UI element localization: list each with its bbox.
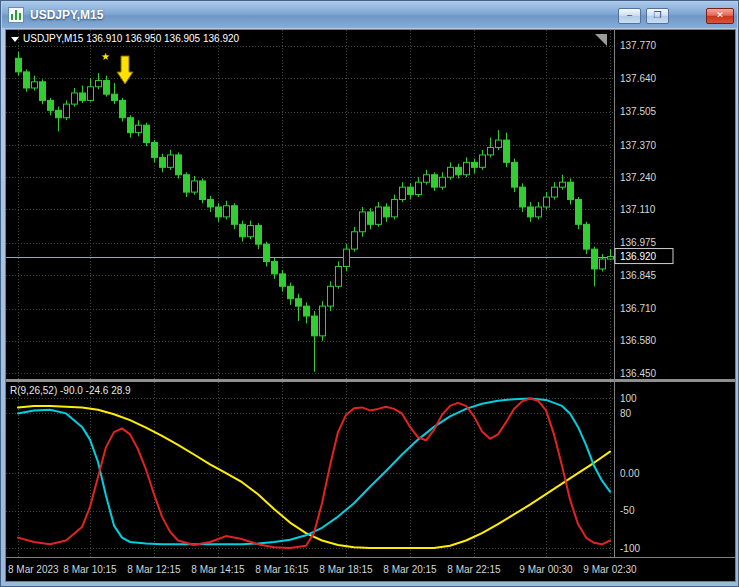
candle-body bbox=[424, 175, 430, 182]
time-axis-label: 9 Mar 00:30 bbox=[519, 564, 573, 575]
price-axis-label: 136.450 bbox=[620, 368, 657, 379]
candle-body bbox=[328, 286, 334, 306]
candle-body bbox=[400, 187, 406, 199]
time-axis-label: 8 Mar 12:15 bbox=[127, 564, 181, 575]
time-axis-label: 8 Mar 10:15 bbox=[63, 564, 117, 575]
candle-body bbox=[568, 182, 574, 199]
candle-body bbox=[296, 299, 302, 306]
chart-content: 137.770137.640137.505137.370137.240137.1… bbox=[5, 29, 736, 582]
price-axis-label: 137.370 bbox=[620, 140, 657, 151]
candle-body bbox=[232, 206, 238, 225]
candle-body bbox=[160, 157, 166, 167]
candle-body bbox=[128, 118, 134, 133]
price-axis-label: 137.505 bbox=[620, 106, 657, 117]
candle-body bbox=[520, 187, 526, 207]
candle-body bbox=[80, 93, 86, 100]
candle-body bbox=[240, 224, 246, 236]
candle-body bbox=[48, 100, 54, 110]
candle-body bbox=[248, 226, 254, 237]
minimize-icon: – bbox=[627, 10, 632, 20]
candle-body bbox=[16, 58, 22, 72]
candle-body bbox=[512, 162, 518, 187]
ohlc-info: USDJPY,M15 136.910 136.950 136.905 136.9… bbox=[23, 33, 240, 44]
chart-canvas[interactable]: 137.770137.640137.505137.370137.240137.1… bbox=[6, 30, 735, 581]
price-axis-label: 137.110 bbox=[620, 204, 656, 215]
candle-body bbox=[440, 177, 446, 187]
candle-body bbox=[448, 167, 454, 177]
time-axis-label: 8 Mar 2023 bbox=[8, 564, 59, 575]
sell-arrow-icon bbox=[117, 56, 133, 84]
close-button[interactable]: ✕ bbox=[706, 8, 734, 24]
candle-body bbox=[368, 212, 374, 224]
candle-body bbox=[600, 259, 606, 269]
titlebar[interactable]: USDJPY,M15 – ❐ ✕ bbox=[2, 2, 737, 28]
bid-price-label-text: 136.920 bbox=[620, 251, 657, 262]
candle-body bbox=[464, 162, 470, 174]
candle-body bbox=[208, 200, 214, 207]
chart-window: USDJPY,M15 – ❐ ✕ 137.770137.640137.50513… bbox=[0, 0, 739, 587]
indicator-line-red bbox=[18, 399, 610, 549]
candle-body bbox=[144, 125, 150, 142]
candle-body bbox=[176, 155, 182, 175]
candle-body bbox=[288, 286, 294, 298]
indicator-line-cyan bbox=[18, 399, 610, 545]
candle-body bbox=[480, 155, 486, 167]
maximize-button[interactable]: ❐ bbox=[646, 8, 669, 24]
price-axis: 137.770137.640137.505137.370137.240137.1… bbox=[615, 40, 673, 553]
candle-body bbox=[496, 140, 502, 147]
candle-body bbox=[64, 104, 70, 118]
price-axis-label: 136.845 bbox=[620, 270, 657, 281]
price-axis-label: 137.240 bbox=[620, 172, 657, 183]
time-axis-label: 9 Mar 02:30 bbox=[583, 564, 637, 575]
candle-body bbox=[416, 182, 422, 194]
candle-body bbox=[608, 257, 614, 259]
indicator-axis-label: 100 bbox=[620, 393, 637, 404]
indicator-info: R(9,26,52) -90.0 -24.6 28.9 bbox=[10, 385, 131, 396]
candle-body bbox=[384, 207, 390, 217]
candle-body bbox=[344, 249, 350, 266]
candles-layer bbox=[16, 52, 614, 372]
candle-body bbox=[472, 162, 478, 167]
candle-body bbox=[32, 82, 38, 88]
candle-body bbox=[216, 207, 222, 217]
minimize-button[interactable]: – bbox=[618, 8, 641, 24]
candle-body bbox=[96, 81, 102, 87]
candle-body bbox=[168, 155, 174, 167]
time-axis: 8 Mar 20238 Mar 10:158 Mar 12:158 Mar 14… bbox=[8, 564, 637, 575]
app-icon bbox=[8, 7, 24, 23]
window-title: USDJPY,M15 bbox=[30, 8, 103, 22]
candle-body bbox=[488, 147, 494, 154]
candle-body bbox=[376, 207, 382, 224]
price-axis-label: 136.580 bbox=[620, 335, 657, 346]
candle-body bbox=[336, 266, 342, 286]
candle-body bbox=[320, 306, 326, 336]
candle-body bbox=[72, 93, 78, 104]
time-axis-label: 8 Mar 14:15 bbox=[191, 564, 245, 575]
indicator-axis-label: -100 bbox=[620, 543, 640, 554]
candle-body bbox=[304, 306, 310, 316]
indicator-line-yellow bbox=[18, 406, 610, 548]
candle-body bbox=[560, 182, 566, 187]
candle-body bbox=[392, 200, 398, 217]
time-axis-label: 8 Mar 18:15 bbox=[319, 564, 373, 575]
candle-body bbox=[552, 187, 558, 197]
candle-body bbox=[312, 316, 318, 336]
time-axis-label: 8 Mar 22:15 bbox=[447, 564, 501, 575]
chart-shift-icon[interactable] bbox=[595, 34, 607, 46]
candle-body bbox=[56, 110, 62, 117]
price-axis-label: 137.640 bbox=[620, 73, 657, 84]
price-axis-label: 137.770 bbox=[620, 40, 657, 51]
indicator-axis-label: -50 bbox=[620, 505, 635, 516]
price-axis-label: 136.710 bbox=[620, 303, 657, 314]
candle-body bbox=[40, 82, 46, 101]
candle-body bbox=[112, 94, 118, 100]
indicator-axis-label: 0.00 bbox=[620, 468, 640, 479]
symbol-dropdown-icon[interactable] bbox=[11, 37, 19, 42]
close-icon: ✕ bbox=[716, 10, 724, 20]
candle-body bbox=[352, 232, 358, 249]
candle-body bbox=[184, 175, 190, 192]
panel-splitter[interactable] bbox=[6, 379, 735, 382]
candle-body bbox=[192, 181, 198, 192]
candle-body bbox=[360, 212, 366, 232]
candle-body bbox=[592, 249, 598, 269]
